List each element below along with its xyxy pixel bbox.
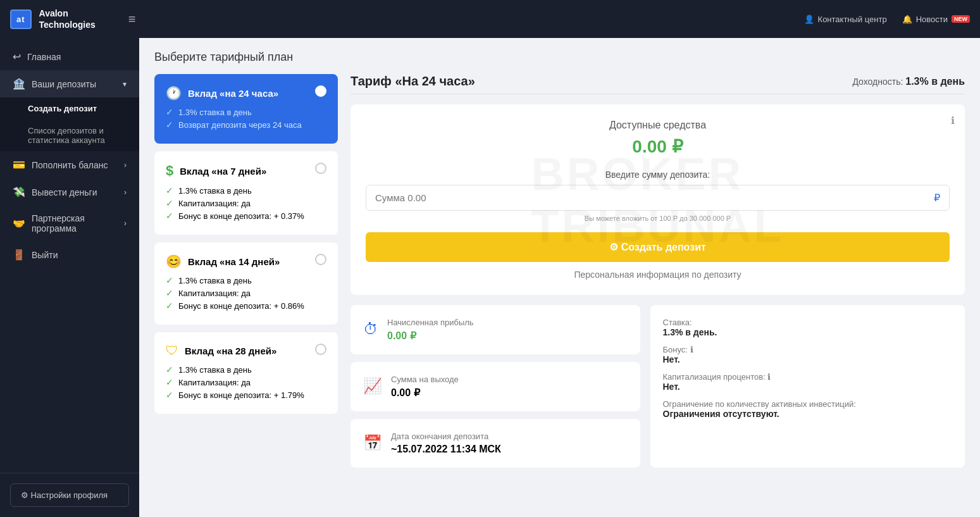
deposit-amount-input[interactable] [375, 192, 934, 203]
page-title: Выберите тарифный план [154, 51, 965, 64]
card-header-14d: 😊 Вклад «на 14 дней» [166, 254, 326, 269]
shield-icon: 🛡 [166, 344, 178, 358]
info-row-cap: Капитализация процентов: ℹ Нет. [663, 372, 953, 392]
panel-header: Тариф «На 24 часа» Доходность: 1.3% в де… [350, 74, 965, 94]
profit-value: 0.00 ₽ [387, 330, 474, 342]
feature-28d-3: ✓ Бонус в конце депозита: + 1.79% [166, 390, 326, 400]
sidebar-item-deposits[interactable]: 🏦 Ваши депозиты ▾ [0, 70, 139, 97]
stat-content-date: Дата окончания депозита ~15.07.2022 11:3… [391, 432, 501, 455]
chevron-right-icon-topup: › [124, 161, 127, 170]
chevron-right-icon-partner: › [124, 219, 127, 228]
deposits-icon: 🏦 [13, 78, 25, 90]
stat-content-output: Сумма на выходе 0.00 ₽ [391, 375, 459, 399]
smile-icon: 😊 [166, 254, 182, 269]
check-icon: ✓ [166, 301, 173, 311]
rate-value: 1.3% в день. [663, 327, 953, 337]
logo: at [10, 9, 32, 29]
feature-7d-2: ✓ Капитализация: да [166, 198, 326, 208]
check-icon: ✓ [166, 364, 173, 375]
feature-7d-1: ✓ 1.3% ставка в день [166, 185, 326, 196]
radio-14d[interactable] [315, 254, 326, 265]
create-deposit-button[interactable]: ⚙ Создать депозит [366, 232, 950, 262]
topup-icon: 💳 [13, 159, 25, 171]
sidebar-create-deposit[interactable]: Создать депозит [0, 97, 139, 120]
input-deposit-label: Введите сумму депозита: [366, 170, 950, 180]
ruble-icon: ₽ [934, 192, 940, 204]
stat-card-profit: ⏱ Начисленная прибыль 0.00 ₽ [350, 305, 640, 354]
hamburger-menu[interactable]: ≡ [128, 12, 136, 27]
content-area: Выберите тарифный план 🕐 Вклад «на 24 ча… [139, 38, 980, 517]
topnav-left: at Avalon Technologies ≡ [10, 8, 135, 30]
chevron-down-icon: ▾ [123, 80, 127, 89]
tariff-title-28d: Вклад «на 28 дней» [185, 346, 276, 356]
tariff-column: 🕐 Вклад «на 24 часа» ✓ 1.3% ставка в ден… [154, 74, 338, 468]
sidebar-item-partner[interactable]: 🤝 Партнерская программа › [0, 206, 139, 241]
new-badge: NEW [952, 15, 970, 23]
sidebar-item-withdraw[interactable]: 💸 Вывести деньги › [0, 178, 139, 206]
profit-label: Начисленная прибыль [387, 318, 474, 327]
check-icon: ✓ [166, 107, 173, 117]
bell-icon: 🔔 [902, 15, 912, 24]
limit-label: Ограничение по количеству активных инвес… [663, 399, 953, 409]
rate-label: Ставка: [663, 318, 953, 327]
panel-yield: Доходность: 1.3% в день [852, 76, 965, 87]
deposit-box: BROKERTRIBUNAL ℹ Доступные средства 0.00… [350, 104, 965, 295]
card-header-7d: $ Вклад «на 7 дней» [166, 163, 326, 179]
tariff-card-7d[interactable]: $ Вклад «на 7 дней» ✓ 1.3% ставка в день… [154, 151, 338, 235]
bottom-section: ⏱ Начисленная прибыль 0.00 ₽ 📈 Сумма на … [350, 305, 965, 468]
tariff-card-24h[interactable]: 🕐 Вклад «на 24 часа» ✓ 1.3% ставка в ден… [154, 74, 338, 144]
date-value: ~15.07.2022 11:34 МСК [391, 444, 501, 455]
news-link[interactable]: 🔔 Новости NEW [902, 15, 970, 24]
cap-label: Капитализация процентов: ℹ [663, 372, 953, 382]
info-card: Ставка: 1.3% в день. Бонус: ℹ Нет. Капит… [650, 305, 965, 468]
sidebar-topup-label: Пополнить баланс [32, 160, 108, 170]
deposits-submenu: Создать депозит Список депозитов и стати… [0, 97, 139, 151]
user-icon: 👤 [804, 15, 814, 24]
radio-24h[interactable] [315, 85, 326, 97]
sidebar-deposit-list[interactable]: Список депозитов и статистика аккаунта [0, 120, 139, 151]
info-row-bonus: Бонус: ℹ Нет. [663, 345, 953, 364]
check-icon: ✓ [166, 288, 173, 298]
feature-14d-3: ✓ Бонус в конце депозита: + 0.86% [166, 301, 326, 311]
profit-icon: ⏱ [363, 320, 378, 338]
partner-icon: 🤝 [13, 218, 25, 230]
input-hint: Вы можете вложить от 100 Р до 30 000 000… [366, 215, 950, 222]
sidebar-item-topup[interactable]: 💳 Пополнить баланс › [0, 151, 139, 178]
contact-center-link[interactable]: 👤 Контактный центр [804, 15, 887, 24]
panel-tariff-name: Тариф «На 24 часа» [350, 74, 475, 89]
check-icon: ✓ [166, 377, 173, 387]
available-amount: 0.00 ₽ [366, 136, 950, 157]
limit-value: Ограничения отсутствуют. [663, 409, 953, 419]
sidebar-item-logout[interactable]: 🚪 Выйти [0, 241, 139, 268]
feature-7d-3: ✓ Бонус в конце депозита: + 0.37% [166, 211, 326, 221]
info-icon[interactable]: ℹ [951, 115, 955, 127]
sidebar-home-label: Главная [27, 52, 61, 62]
dollar-icon: $ [166, 163, 173, 179]
tariff-card-28d[interactable]: 🛡 Вклад «на 28 дней» ✓ 1.3% ставка в ден… [154, 332, 338, 414]
radio-28d[interactable] [315, 344, 326, 355]
sidebar: ↩ Главная 🏦 Ваши депозиты ▾ Создать депо… [0, 38, 139, 517]
tariff-card-14d[interactable]: 😊 Вклад «на 14 дней» ✓ 1.3% ставка в ден… [154, 242, 338, 325]
logout-icon: 🚪 [13, 249, 25, 261]
tariff-title-7d: Вклад «на 7 дней» [180, 166, 266, 177]
sidebar-item-home[interactable]: ↩ Главная [0, 43, 139, 70]
sidebar-bottom: ⚙ Настройки профиля [0, 473, 139, 517]
output-value: 0.00 ₽ [391, 387, 459, 399]
card-header-24h: 🕐 Вклад «на 24 часа» [166, 85, 326, 101]
check-icon: ✓ [166, 198, 173, 208]
check-icon: ✓ [166, 185, 173, 196]
feature-24h-1: ✓ 1.3% ставка в день [166, 107, 326, 117]
check-icon: ✓ [166, 390, 173, 400]
tariff-title-24h: Вклад «на 24 часа» [188, 88, 278, 99]
bonus-label: Бонус: ℹ [663, 345, 953, 354]
home-icon: ↩ [13, 51, 21, 63]
radio-7d[interactable] [315, 163, 326, 174]
tariff-title-14d: Вклад «на 14 дней» [188, 256, 280, 267]
personal-info-title: Персональная информация по депозиту [366, 270, 950, 280]
settings-profile-button[interactable]: ⚙ Настройки профиля [10, 483, 129, 507]
info-row-limit: Ограничение по количеству активных инвес… [663, 399, 953, 419]
feature-24h-2: ✓ Возврат депозита через 24 часа [166, 120, 326, 130]
trend-icon: 📈 [363, 377, 382, 395]
brand-name: Avalon Technologies [39, 8, 96, 30]
chevron-right-icon-withdraw: › [124, 188, 127, 197]
